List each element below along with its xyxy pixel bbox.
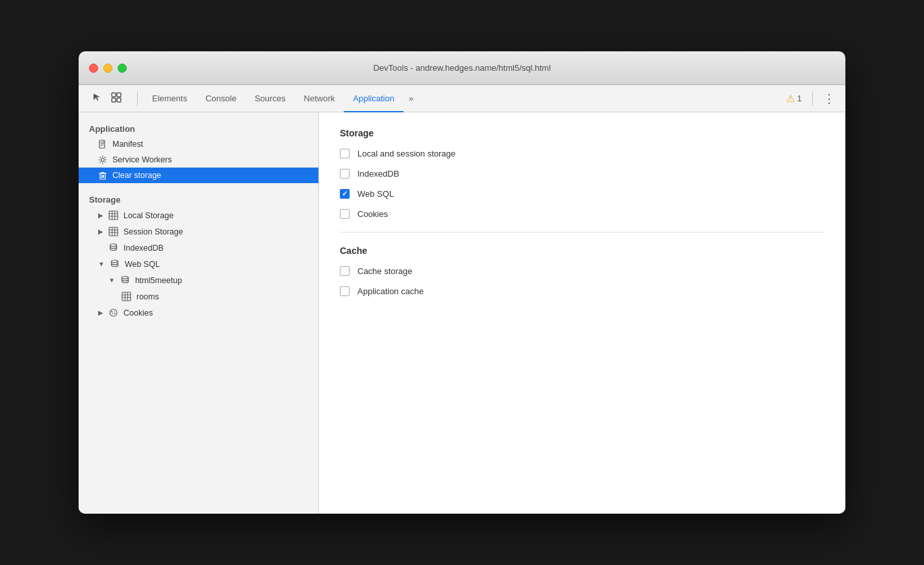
tab-elements[interactable]: Elements (143, 85, 196, 112)
sidebar-item-web-sql[interactable]: ▼ Web SQL (79, 256, 318, 272)
sidebar-item-html5meetup[interactable]: ▼ html5meetup (79, 272, 318, 288)
devtools-panel: Elements Console Sources Network Applica… (79, 85, 845, 514)
checkbox-cookies[interactable]: Cookies (340, 209, 825, 219)
section-divider (340, 232, 825, 232)
svg-point-16 (114, 313, 116, 314)
svg-point-15 (112, 313, 114, 314)
devtools-window: DevTools - andrew.hedges.name/html5/sql.… (79, 51, 845, 514)
devtools-menu-button[interactable]: ⋮ (818, 92, 840, 106)
svg-rect-7 (109, 227, 118, 236)
checkbox-indexed-db[interactable]: IndexedDB (340, 169, 825, 179)
svg-point-8 (110, 244, 117, 247)
sidebar-item-clear-storage[interactable]: Clear storage (79, 168, 318, 183)
db-icon (109, 243, 118, 253)
sidebar-item-cookies[interactable]: ▶ Cookies (79, 305, 318, 321)
sidebar-item-manifest[interactable]: Manifest (79, 136, 318, 152)
indexed-db-checkbox[interactable] (340, 169, 350, 179)
tab-console[interactable]: Console (196, 85, 246, 112)
warning-badge[interactable]: ⚠ 1 (781, 93, 807, 105)
maximize-button[interactable] (118, 64, 127, 73)
chevron-right-icon-2: ▶ (98, 309, 103, 316)
svg-point-17 (112, 312, 112, 312)
web-sql-checkbox[interactable] (340, 189, 350, 199)
main-content: Application Manifest (79, 112, 845, 514)
cookie-icon (109, 308, 118, 318)
local-session-storage-checkbox[interactable] (340, 149, 350, 158)
toolbar-icons (84, 90, 129, 108)
chevron-right-icon: ▶ (98, 228, 103, 235)
chevron-down-icon: ▼ (98, 260, 105, 268)
svg-rect-6 (109, 211, 118, 220)
main-panel: Storage Local and session storage Indexe… (319, 112, 845, 514)
application-cache-checkbox[interactable] (340, 286, 350, 296)
checkbox-cache-storage[interactable]: Cache storage (340, 266, 825, 276)
chevron-down-icon-2: ▼ (109, 277, 115, 284)
cookies-checkbox[interactable] (340, 209, 350, 219)
minimize-button[interactable] (103, 64, 112, 73)
window-title: DevTools - andrew.hedges.name/html5/sql.… (373, 63, 550, 73)
db-icon-2 (110, 259, 120, 269)
sidebar-item-local-storage[interactable]: ▶ Local Storage (79, 207, 318, 223)
title-bar: DevTools - andrew.hedges.name/html5/sql.… (79, 51, 845, 85)
cache-panel-section: Cache Cache storage Application cache (340, 245, 825, 296)
svg-rect-2 (112, 98, 116, 102)
db-icon-3 (120, 275, 130, 285)
sidebar-item-session-storage[interactable]: ▶ Session Storage (79, 223, 318, 240)
svg-point-9 (111, 260, 118, 263)
storage-section: Storage ▶ Local Storage ▶ (79, 191, 318, 321)
sidebar-item-service-workers[interactable]: Service Workers (79, 152, 318, 168)
tab-bar-divider-2 (812, 92, 813, 106)
tab-network[interactable]: Network (295, 85, 344, 112)
tab-bar: Elements Console Sources Network Applica… (79, 85, 845, 112)
svg-point-13 (111, 311, 112, 312)
sidebar-item-indexed-db[interactable]: IndexedDB (79, 240, 318, 256)
cache-section-title: Cache (340, 245, 825, 256)
file-icon (98, 140, 107, 149)
table-icon-2 (109, 227, 118, 236)
warning-count: 1 (797, 94, 802, 103)
svg-point-12 (110, 309, 117, 316)
warning-icon: ⚠ (786, 93, 795, 105)
tab-application[interactable]: Application (344, 85, 404, 112)
checkbox-local-session-storage[interactable]: Local and session storage (340, 149, 825, 158)
svg-point-10 (122, 277, 128, 279)
storage-section-title: Storage (340, 128, 825, 138)
checkbox-web-sql[interactable]: Web SQL (340, 189, 825, 199)
storage-section-title: Storage (79, 191, 318, 207)
sidebar-item-rooms[interactable]: rooms (79, 288, 318, 305)
svg-rect-0 (112, 93, 116, 97)
sidebar: Application Manifest (79, 112, 319, 514)
table-icon (109, 210, 118, 220)
gear-icon (98, 155, 107, 164)
table-icon-3 (122, 292, 131, 301)
tab-bar-divider (137, 92, 138, 106)
tab-sources[interactable]: Sources (246, 85, 295, 112)
svg-rect-1 (117, 93, 121, 97)
cursor-icon[interactable] (89, 90, 105, 108)
trash-icon (98, 171, 107, 180)
svg-point-14 (114, 310, 115, 312)
close-button[interactable] (89, 64, 98, 73)
checkbox-application-cache[interactable]: Application cache (340, 286, 825, 296)
storage-panel-section: Storage Local and session storage Indexe… (340, 128, 825, 219)
svg-rect-11 (122, 292, 131, 301)
inspect-icon[interactable] (109, 90, 124, 108)
svg-rect-3 (117, 98, 121, 102)
application-section-title: Application (79, 120, 318, 136)
cache-storage-checkbox[interactable] (340, 266, 350, 276)
chevron-right-icon: ▶ (98, 212, 103, 219)
more-tabs-button[interactable]: » (404, 94, 418, 103)
traffic-lights (89, 64, 127, 73)
